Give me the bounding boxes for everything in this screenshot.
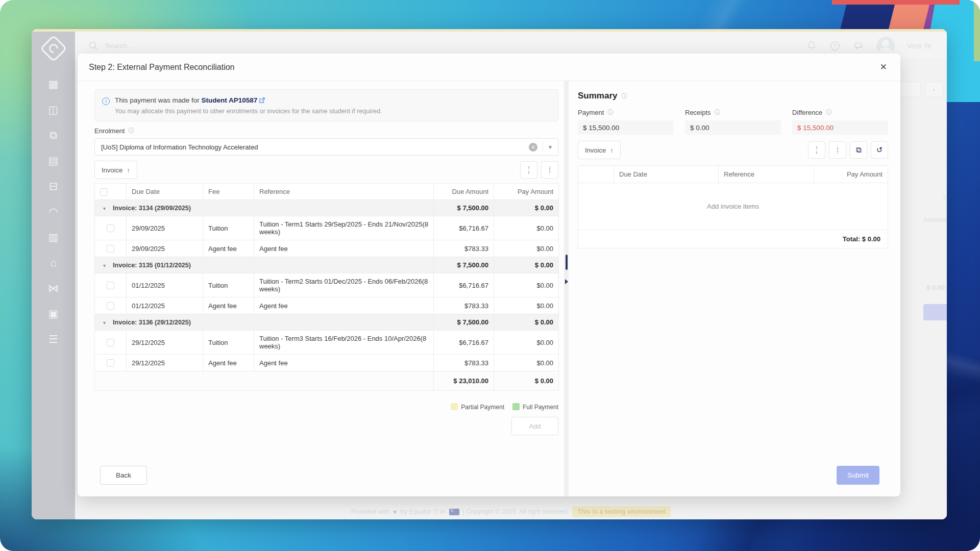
invoice-item-row: 01/12/2025Agent feeAgent fee$783.33$0.00 — [95, 297, 559, 314]
item-fee: Tuition — [203, 273, 254, 297]
payment-legend: Partial Payment Full Payment — [94, 403, 558, 411]
wallpaper-band — [832, 0, 960, 5]
payment-reconciliation-modal: Step 2: External Payment Reconciliation … — [78, 54, 900, 496]
row-checkbox[interactable] — [95, 297, 127, 314]
item-pay-amount: $0.00 — [494, 273, 559, 297]
add-button[interactable]: Add — [511, 417, 558, 435]
submit-button[interactable]: Submit — [837, 466, 879, 485]
item-reference: Agent fee — [254, 297, 434, 314]
summary-total: Total: $ 0.00 — [578, 230, 888, 248]
item-reference: Tuition - Term1 Starts 29/Sep/2025 - End… — [254, 216, 434, 240]
invoice-item-row: 01/12/2025TuitionTuition - Term2 Starts … — [95, 273, 559, 297]
group-due-amount: $ 7,500.00 — [434, 200, 494, 216]
summary-invoice-sort-button[interactable]: Invoice ↑ — [578, 141, 621, 159]
allocation-pane: i This payment was made for Student AP10… — [78, 81, 564, 496]
collapse-caret-icon[interactable]: ▾ — [103, 206, 106, 211]
group-due-amount: $ 7,500.00 — [434, 314, 494, 331]
column-header[interactable]: Reference — [719, 166, 814, 183]
metric-label: Paymentⓘ — [578, 108, 674, 117]
splitter-handle[interactable] — [566, 255, 568, 270]
reset-button[interactable]: ↺ — [871, 141, 888, 159]
column-header[interactable]: Due Amount — [434, 184, 494, 200]
enrolment-select[interactable]: [UoS] Diploma of Information Technology … — [94, 138, 558, 156]
info-icon: i — [102, 97, 110, 105]
info-icon: ⓘ — [607, 108, 614, 117]
summary-metric: Receiptsⓘ$ 0.00 — [685, 108, 781, 135]
invoice-group-row[interactable]: ▾Invoice: 3136 (29/12/2025)$ 7,500.00$ 0… — [95, 314, 559, 331]
row-checkbox[interactable] — [95, 216, 127, 240]
expand-all-button[interactable]: ↑↓ — [808, 141, 825, 159]
invoice-sort-button[interactable]: Invoice ↑ — [94, 161, 137, 179]
info-icon: ⓘ — [128, 127, 134, 135]
sort-asc-icon: ↑ — [127, 166, 130, 174]
total-due-amount: $ 23,010.00 — [434, 371, 494, 391]
column-header[interactable]: Due Date — [127, 184, 203, 200]
item-due-amount: $6,716.67 — [434, 216, 494, 240]
column-header[interactable]: Pay Amount — [814, 166, 888, 183]
metric-value: $ 15,500.00 — [578, 120, 674, 135]
copy-rows-button[interactable]: ⧉ — [850, 141, 867, 159]
item-fee: Agent fee — [203, 240, 254, 257]
info-icon: ⓘ — [826, 108, 832, 117]
column-header[interactable]: Due Date — [614, 166, 719, 183]
invoice-group-label: Invoice: 3136 (29/12/2025) — [113, 319, 191, 326]
clear-icon[interactable]: ✕ — [529, 143, 537, 152]
close-icon[interactable]: ✕ — [880, 63, 887, 71]
splitter-collapse-icon[interactable] — [565, 279, 568, 284]
row-checkbox[interactable] — [95, 331, 127, 355]
column-header[interactable]: Pay Amount — [494, 184, 559, 200]
totals-row: $ 23,010.00 $ 0.00 — [95, 371, 559, 391]
sort-asc-icon: ↑ — [610, 146, 614, 154]
row-checkbox[interactable] — [95, 240, 127, 257]
invoice-group-row[interactable]: ▾Invoice: 3134 (29/09/2025)$ 7,500.00$ 0… — [95, 200, 559, 216]
invoice-sort-label: Invoice — [102, 166, 122, 174]
collapse-caret-icon[interactable]: ▾ — [103, 320, 106, 325]
item-pay-amount: $0.00 — [494, 297, 559, 314]
summary-title: Summary — [578, 91, 617, 101]
group-pay-amount: $ 0.00 — [494, 257, 559, 273]
chevron-down-icon[interactable]: ▼ — [548, 144, 553, 150]
invoice-item-row: 29/09/2025Agent feeAgent fee$783.33$0.00 — [95, 240, 559, 257]
item-pay-amount: $0.00 — [494, 240, 559, 257]
summary-toolbar: Invoice ↑ ↑↓ ↓↑ ⧉ ↺ — [578, 141, 888, 159]
metric-label: Receiptsⓘ — [685, 108, 781, 117]
info-icon: ⓘ — [715, 108, 721, 117]
summary-sort-label: Invoice — [585, 146, 606, 154]
group-pay-amount: $ 0.00 — [494, 314, 559, 331]
student-link[interactable]: Student AP10587 — [202, 96, 258, 104]
group-pay-amount: $ 0.00 — [494, 200, 559, 216]
invoice-group-label: Invoice: 3135 (01/12/2025) — [113, 262, 191, 269]
column-header[interactable]: Fee — [203, 184, 254, 200]
expand-all-button[interactable]: ↑↓ — [520, 161, 537, 179]
item-due-date: 29/12/2025 — [127, 331, 203, 355]
empty-state-text: Add invoice items — [578, 183, 888, 230]
invoice-items-table: Due Date Fee Reference Due Amount Pay Am… — [94, 183, 559, 391]
invoice-group-row[interactable]: ▾Invoice: 3135 (01/12/2025)$ 7,500.00$ 0… — [95, 257, 559, 273]
row-checkbox[interactable] — [95, 273, 127, 297]
item-due-date: 29/09/2025 — [127, 240, 203, 257]
banner-subtext: You may allocate this payment to other e… — [115, 108, 382, 115]
item-due-date: 29/12/2025 — [127, 355, 203, 371]
divider — [543, 142, 543, 152]
collapse-all-button[interactable]: ↓↑ — [541, 161, 558, 179]
back-button[interactable]: Back — [100, 466, 147, 485]
empty-column-header — [578, 166, 614, 183]
metric-value: $ 15,500.00 — [792, 120, 888, 135]
select-all-checkbox[interactable] — [95, 184, 127, 200]
modal-title: Step 2: External Payment Reconciliation — [89, 63, 234, 72]
collapse-all-button[interactable]: ↓↑ — [829, 141, 846, 159]
column-header[interactable]: Reference — [254, 184, 434, 200]
banner-text: This payment was made for — [115, 96, 200, 104]
row-checkbox[interactable] — [95, 355, 127, 371]
item-fee: Tuition — [203, 331, 254, 355]
invoice-item-row: 29/12/2025Agent feeAgent fee$783.33$0.00 — [95, 355, 559, 371]
collapse-caret-icon[interactable]: ▾ — [103, 263, 106, 268]
invoice-item-row: 29/09/2025TuitionTuition - Term1 Starts … — [95, 216, 559, 240]
partial-payment-swatch — [451, 403, 458, 410]
summary-metrics: Paymentⓘ$ 15,500.00Receiptsⓘ$ 0.00Differ… — [578, 108, 888, 135]
metric-label: Differenceⓘ — [792, 108, 888, 117]
desktop: ▦◫⧉▤⊟◠▥⌂⋈▣☰ Search... ? Vera Ye ▾ ↺ Amou… — [0, 0, 980, 551]
panel-splitter[interactable] — [564, 81, 569, 496]
external-link-icon[interactable] — [259, 97, 265, 105]
full-payment-label: Full Payment — [523, 404, 558, 411]
